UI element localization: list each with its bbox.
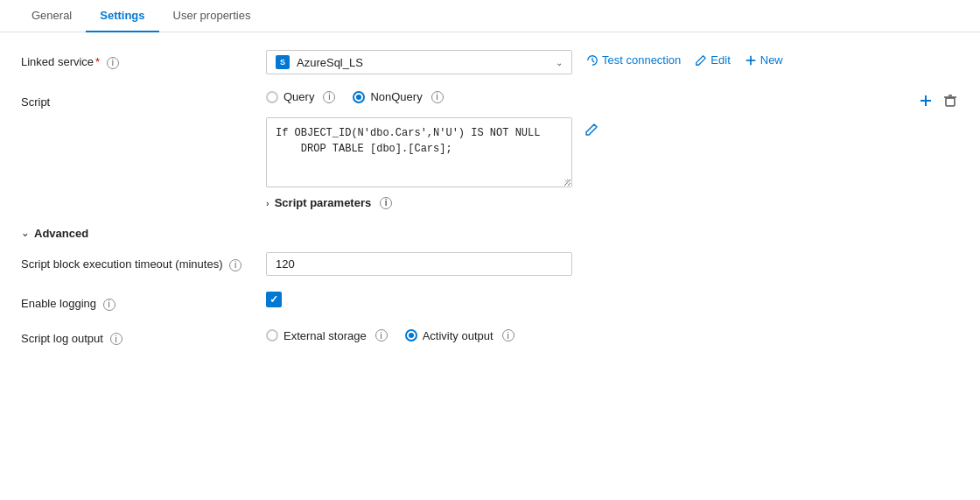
query-info-icon[interactable]: i [323,91,335,103]
script-parameters-row: › Script parameters i [21,196,959,209]
advanced-chevron-icon: ⌄ [21,228,29,239]
external-storage-radio-option[interactable]: External storage i [266,329,388,342]
linked-service-row: Linked service* i S AzureSql_LS ⌄ Test c… [21,50,959,74]
script-delete-button[interactable] [942,92,959,109]
tab-bar: General Settings User properties [0,0,980,32]
timeout-input[interactable] [266,252,572,276]
activity-output-label: Activity output [423,329,494,342]
enable-logging-checkbox[interactable] [266,292,282,307]
settings-panel: Linked service* i S AzureSql_LS ⌄ Test c… [0,32,980,378]
timeout-row: Script block execution timeout (minutes)… [21,252,959,276]
linked-service-dropdown[interactable]: S AzureSql_LS ⌄ [266,50,572,74]
script-log-output-info-icon[interactable]: i [110,333,122,345]
linked-service-label: Linked service* i [21,50,266,69]
script-log-output-label: Script log output i [21,327,266,346]
activity-output-info-icon[interactable]: i [502,329,514,342]
tab-general[interactable]: General [18,0,86,32]
test-connection-icon [586,54,598,67]
script-row: Script Query i NonQuery i [21,90,959,112]
delete-script-icon [943,94,957,108]
advanced-toggle[interactable]: ⌄ Advanced [21,227,959,240]
edit-icon [695,54,707,67]
code-edit-button[interactable] [583,121,600,138]
edit-linked-service-button[interactable]: Edit [695,53,730,67]
script-log-output-control: External storage i Activity output i [266,329,959,342]
resize-icon: ∗ [564,176,570,186]
linked-service-control: S AzureSql_LS ⌄ Test connection [266,50,959,74]
script-parameters-toggle[interactable]: › Script parameters i [266,196,392,209]
enable-logging-control [266,292,959,307]
external-storage-label: External storage [284,329,367,342]
script-log-output-row: Script log output i External storage i A… [21,327,959,346]
log-output-radio-group: External storage i Activity output i [266,329,514,342]
timeout-label: Script block execution timeout (minutes)… [21,252,266,271]
script-code-editor[interactable]: If OBJECT_ID(N'dbo.Cars',N'U') IS NOT NU… [266,117,572,187]
external-storage-radio-circle[interactable] [266,329,278,342]
svg-rect-4 [946,98,955,106]
linked-service-actions: Test connection Edit New [586,50,783,67]
tab-settings[interactable]: Settings [86,0,158,32]
nonquery-radio-circle[interactable] [353,91,365,103]
new-plus-icon [745,54,757,67]
nonquery-info-icon[interactable]: i [431,91,444,103]
activity-output-radio-option[interactable]: Activity output i [405,329,514,342]
add-script-icon [919,94,933,108]
enable-logging-row: Enable logging i [21,292,959,311]
enable-logging-label: Enable logging i [21,292,266,311]
timeout-control [266,252,959,276]
script-type-radio-group: Query i NonQuery i [266,90,910,103]
script-params-info-icon[interactable]: i [380,197,392,209]
query-radio-circle[interactable] [266,91,278,103]
timeout-info-icon[interactable]: i [229,259,242,271]
code-editor-row: If OBJECT_ID(N'dbo.Cars',N'U') IS NOT NU… [21,117,959,187]
new-linked-service-button[interactable]: New [745,53,783,67]
script-controls: Query i NonQuery i [266,90,910,112]
linked-service-value: AzureSql_LS [297,56,363,69]
query-label: Query [284,90,314,103]
db-icon: S [276,55,290,69]
test-connection-button[interactable]: Test connection [586,53,681,67]
linked-service-info-icon[interactable]: i [107,57,119,69]
enable-logging-info-icon[interactable]: i [103,299,116,311]
script-parameters-label: Script parameters [275,196,372,209]
script-params-chevron-icon: › [266,198,270,208]
activity-output-radio-circle[interactable] [405,329,417,342]
dropdown-chevron-icon: ⌄ [556,58,563,67]
query-radio-option[interactable]: Query i [266,90,335,103]
script-label: Script [21,90,266,109]
external-storage-info-icon[interactable]: i [375,329,388,342]
code-edit-icon-wrap [583,117,600,138]
advanced-label: Advanced [34,227,88,240]
pencil-icon [584,123,598,137]
advanced-section: ⌄ Advanced Script block execution timeou… [21,227,959,345]
script-add-button[interactable] [917,92,934,109]
nonquery-radio-option[interactable]: NonQuery i [353,90,443,103]
nonquery-label: NonQuery [370,90,422,103]
tab-user-properties[interactable]: User properties [159,0,265,32]
